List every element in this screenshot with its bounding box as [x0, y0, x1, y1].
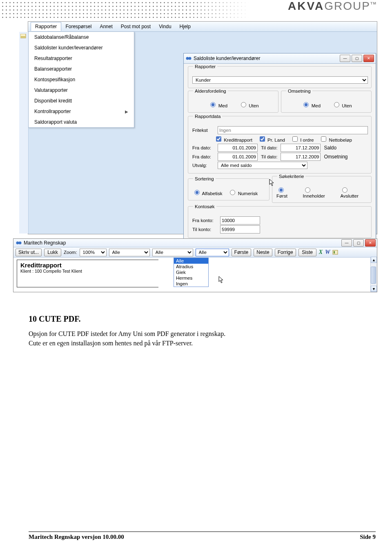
- oms-med[interactable]: Med: [301, 101, 321, 108]
- dd2-hermes[interactable]: Hermes: [174, 275, 208, 281]
- tilkonto-input[interactable]: [220, 225, 260, 234]
- menu-annet[interactable]: Annet: [96, 22, 116, 31]
- fra1-label: Fra dato:: [192, 145, 214, 150]
- dd2-ingen[interactable]: Ingen: [174, 281, 208, 287]
- frakonto-label: Fra konto:: [192, 218, 217, 223]
- kontosok-group-label: Kontosøk: [193, 204, 216, 209]
- akva-logo: AKVA GROUP TM: [288, 0, 376, 13]
- dd2-giek[interactable]: Giek: [174, 269, 208, 275]
- sok-inne[interactable]: Inneholder: [303, 186, 335, 198]
- s2-minimize-button[interactable]: —: [341, 239, 352, 247]
- menu-post-mot-post[interactable]: Post mot post: [117, 22, 155, 31]
- sort-group-label: Sortering: [193, 176, 216, 181]
- dd-saldobalanse[interactable]: Saldobalanse/Råbalanse: [29, 32, 134, 42]
- dd-kontospec[interactable]: Kontospesifikasjon: [29, 74, 134, 85]
- scroll-thumb[interactable]: [371, 267, 376, 284]
- client-area: Saldobalanse/Råbalanse Saldolister kunde…: [28, 32, 377, 234]
- s2-close-button[interactable]: ✕: [365, 239, 376, 247]
- dd-resultat[interactable]: Resultatrapporter: [29, 53, 134, 64]
- svg-point-2: [186, 57, 189, 60]
- dialog-title: Saldoliste kunder/leverandører: [194, 56, 260, 61]
- sort-alfa[interactable]: Alfabetisk: [192, 189, 222, 196]
- dd-disponibel[interactable]: Disponibel kreditt: [29, 96, 134, 106]
- logo-group: GROUP: [324, 0, 370, 13]
- tool-icon[interactable]: [332, 249, 339, 255]
- scroll-down-icon[interactable]: ▼: [371, 286, 377, 292]
- svg-rect-1: [20, 36, 26, 38]
- toolbar-icon[interactable]: [20, 34, 26, 39]
- excel-icon[interactable]: X: [319, 249, 323, 256]
- utvalg-select[interactable]: Alle med saldo: [218, 162, 307, 169]
- menu-rapporter[interactable]: Rapporter: [31, 22, 61, 31]
- alder-uten[interactable]: Uten: [239, 101, 259, 108]
- til2-input[interactable]: [281, 153, 321, 161]
- maximize-button[interactable]: ▢: [352, 55, 362, 62]
- oms-uten[interactable]: Uten: [332, 101, 352, 108]
- forste-button[interactable]: Første: [232, 249, 252, 256]
- combo3-dropdown: Alle Atradius Giek Hermes Ingen: [174, 258, 209, 287]
- dd-kontroll[interactable]: Kontrollrapporter▶: [29, 106, 134, 117]
- fritekst-input[interactable]: [218, 126, 368, 134]
- fra1-input[interactable]: [218, 144, 258, 152]
- dd-saldo-valuta[interactable]: Saldorapport valuta: [29, 117, 134, 127]
- forrige-button[interactable]: Forrige: [275, 249, 296, 256]
- rapporter-select[interactable]: Kunder: [192, 76, 368, 84]
- dd-balanse[interactable]: Balanserapporter: [29, 64, 134, 74]
- menu-hjelp[interactable]: Hjelp: [176, 22, 195, 31]
- zoom-select[interactable]: 100%: [80, 249, 107, 256]
- dd2-alle[interactable]: Alle: [174, 258, 208, 264]
- chk-land[interactable]: Pr. Land: [258, 135, 285, 143]
- dd2-atradius[interactable]: Atradius: [174, 264, 208, 269]
- oms-group-label: Omsetning: [286, 89, 312, 93]
- menu-foresporsel[interactable]: Forespørsel: [61, 22, 96, 31]
- tilkonto-label: Til konto:: [192, 227, 217, 232]
- menu-bar: Rapporter Forespørsel Annet Post mot pos…: [28, 22, 377, 32]
- til1-label: Til dato:: [261, 145, 277, 150]
- word-icon[interactable]: W: [325, 249, 330, 256]
- report-page: Kredittrapport Klient : 100 Compello Tes…: [17, 260, 158, 287]
- s2-toolbar: Skriv ut... Lukk Zoom: 100% Alle Alle Al…: [13, 247, 377, 258]
- siste-button[interactable]: Siste: [298, 249, 316, 256]
- s2-maximize-button[interactable]: ▢: [353, 239, 364, 247]
- page-footer: Maritech Regnskap versjon 10.00.00 Side …: [29, 532, 376, 540]
- logo-akva: AKVA: [288, 0, 324, 13]
- frakonto-input[interactable]: [220, 216, 260, 225]
- sok-forst[interactable]: Først: [276, 186, 297, 198]
- chk-ordre[interactable]: I ordre: [291, 135, 314, 143]
- chk-kreditt[interactable]: Kredittrapport: [214, 135, 252, 143]
- neste-button[interactable]: Neste: [254, 249, 272, 256]
- s2-title: Maritech Regnskap: [24, 240, 66, 246]
- svg-point-3: [189, 57, 192, 60]
- footer-right: Side 9: [360, 533, 376, 540]
- sok-av[interactable]: Avslutter: [340, 186, 368, 198]
- utvalg-label: Utvalg:: [192, 163, 214, 168]
- combo2[interactable]: Alle: [152, 249, 193, 256]
- combo1[interactable]: Alle: [109, 249, 150, 256]
- scroll-up-icon[interactable]: ▲: [371, 257, 377, 263]
- rapportdata-group-label: Rapportdata: [193, 114, 222, 119]
- body-paragraph: Opsjon for CUTE PDF istedet for Amy Uni …: [29, 329, 347, 348]
- skrivut-button[interactable]: Skriv ut...: [16, 249, 42, 256]
- side-toolbar: [19, 32, 29, 234]
- row1-trailer: Saldo: [324, 145, 336, 151]
- combo3[interactable]: Alle: [196, 249, 229, 256]
- close-button[interactable]: ✕: [363, 55, 374, 62]
- chk-netto[interactable]: Nettobeløp: [319, 135, 352, 143]
- sok-group-label: Søkekriterie: [277, 174, 305, 179]
- svg-rect-6: [333, 250, 338, 254]
- svg-point-4: [16, 242, 19, 245]
- footer-left: Maritech Regnskap versjon 10.00.00: [29, 533, 124, 540]
- dd-valuta[interactable]: Valutarapporter: [29, 85, 134, 96]
- menu-vindu[interactable]: Vindu: [155, 22, 175, 31]
- til1-input[interactable]: [281, 144, 321, 152]
- screenshot-report-window: Maritech Regnskap — ▢ ✕ Skriv ut... Lukk…: [13, 238, 377, 292]
- alder-med[interactable]: Med: [208, 101, 227, 108]
- fra2-label: Fra dato:: [192, 154, 214, 159]
- minimize-button[interactable]: —: [340, 55, 350, 62]
- window-icon: [16, 240, 22, 246]
- report-title: Kredittrapport: [20, 262, 155, 269]
- sort-num[interactable]: Numerisk: [228, 189, 258, 196]
- fra2-input[interactable]: [218, 153, 258, 161]
- dd-saldolister[interactable]: Saldolister kunder/leverandører: [29, 42, 134, 53]
- s2-lukk-button[interactable]: Lukk: [44, 249, 61, 256]
